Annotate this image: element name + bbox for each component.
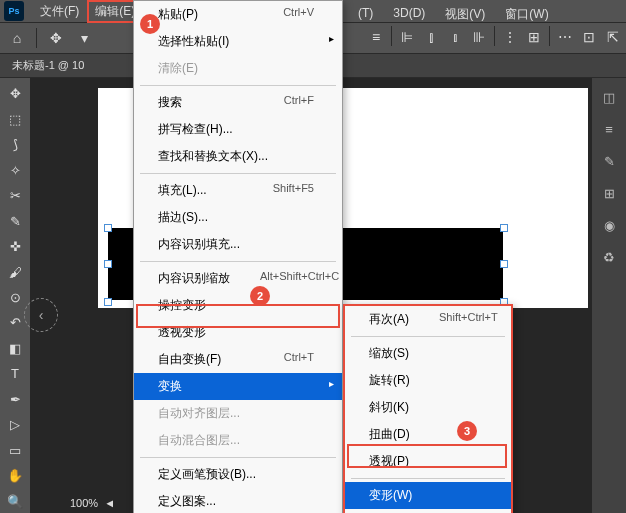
menu-auto-align: 自动对齐图层...: [134, 400, 342, 427]
share-icon[interactable]: ⇱: [602, 26, 624, 48]
align-icon[interactable]: ≡: [365, 26, 387, 48]
panel-icon[interactable]: ≡: [598, 118, 620, 140]
dist-icon[interactable]: ⊞: [523, 26, 545, 48]
pen-tool-icon[interactable]: ✒: [3, 388, 27, 411]
menu-fill[interactable]: 填充(L)...Shift+F5: [134, 177, 342, 204]
align-icon[interactable]: ⫿: [420, 26, 442, 48]
menu-paste-special[interactable]: 选择性粘贴(I): [134, 28, 342, 55]
align-icon[interactable]: ⫾: [444, 26, 466, 48]
menu-transform[interactable]: 变换: [134, 373, 342, 400]
brush-tool-icon[interactable]: 🖌: [3, 260, 27, 283]
align-icon[interactable]: ⊫: [396, 26, 418, 48]
submenu-skew[interactable]: 斜切(K): [345, 394, 511, 421]
right-panel: ◫ ≡ ✎ ⊞ ◉ ♻: [592, 78, 626, 513]
menu-find-replace[interactable]: 查找和替换文本(X)...: [134, 143, 342, 170]
menu-file[interactable]: 文件(F): [32, 0, 87, 23]
handle-tr[interactable]: [500, 224, 508, 232]
menu-view[interactable]: 视图(V): [437, 3, 493, 26]
eyedropper-tool-icon[interactable]: ✎: [3, 209, 27, 232]
menu-rest[interactable]: (T): [350, 3, 381, 26]
home-icon[interactable]: ⌂: [6, 27, 28, 49]
menu-spell[interactable]: 拼写检查(H)...: [134, 116, 342, 143]
handle-mr[interactable]: [500, 260, 508, 268]
dropdown-icon[interactable]: ▾: [73, 27, 95, 49]
menu-window[interactable]: 窗口(W): [497, 3, 556, 26]
menu-clear: 清除(E): [134, 55, 342, 82]
menu-paste[interactable]: 粘贴(P)Ctrl+V: [134, 1, 342, 28]
lasso-tool-icon[interactable]: ⟆: [3, 133, 27, 156]
back-button-icon[interactable]: ‹: [24, 298, 58, 332]
annotation-badge-2: 2: [250, 286, 270, 306]
menu-perspective[interactable]: 透视变形: [134, 319, 342, 346]
heal-tool-icon[interactable]: ✜: [3, 235, 27, 258]
submenu-distort[interactable]: 扭曲(D): [345, 421, 511, 448]
menu-search[interactable]: 搜索Ctrl+F: [134, 89, 342, 116]
more-icon[interactable]: ⋯: [554, 26, 576, 48]
marquee-tool-icon[interactable]: ⬚: [3, 107, 27, 130]
zoom-tool-icon[interactable]: 🔍: [3, 490, 27, 513]
edit-dropdown: 粘贴(P)Ctrl+V 选择性粘贴(I) 清除(E) 搜索Ctrl+F 拼写检查…: [133, 0, 343, 513]
mode-icon[interactable]: ⊡: [578, 26, 600, 48]
hand-tool-icon[interactable]: ✋: [3, 464, 27, 487]
menu-content-fill[interactable]: 内容识别填充...: [134, 231, 342, 258]
type-tool-icon[interactable]: T: [3, 362, 27, 385]
submenu-rotate[interactable]: 旋转(R): [345, 367, 511, 394]
menu-content-scale[interactable]: 内容识别缩放Alt+Shift+Ctrl+C: [134, 265, 342, 292]
menu-brush-preset[interactable]: 定义画笔预设(B)...: [134, 461, 342, 488]
zoom-display[interactable]: 100%: [70, 497, 98, 509]
dist-icon[interactable]: ⋮: [499, 26, 521, 48]
wand-tool-icon[interactable]: ✧: [3, 158, 27, 181]
panel-icon[interactable]: ◉: [598, 214, 620, 236]
shape-tool-icon[interactable]: ▭: [3, 439, 27, 462]
submenu-warp[interactable]: 变形(W): [345, 482, 511, 509]
ps-logo: Ps: [4, 1, 24, 21]
submenu-again[interactable]: 再次(A)Shift+Ctrl+T: [345, 306, 511, 333]
submenu-perspective[interactable]: 透视(P): [345, 448, 511, 475]
panel-icon[interactable]: ⊞: [598, 182, 620, 204]
handle-ml[interactable]: [104, 260, 112, 268]
status-bar: 100% ◄: [60, 493, 125, 513]
transform-submenu: 再次(A)Shift+Ctrl+T 缩放(S) 旋转(R) 斜切(K) 扭曲(D…: [343, 304, 513, 513]
menu-pattern[interactable]: 定义图案...: [134, 488, 342, 513]
eraser-tool-icon[interactable]: ◧: [3, 337, 27, 360]
tool-palette: ✥ ⬚ ⟆ ✧ ✂ ✎ ✜ 🖌 ⊙ ↶ ◧ T ✒ ▷ ▭ ✋ 🔍: [0, 78, 30, 513]
chevron-left-icon[interactable]: ◄: [104, 497, 115, 509]
submenu-scale[interactable]: 缩放(S): [345, 340, 511, 367]
menu-3d[interactable]: 3D(D): [385, 3, 433, 26]
menu-stroke[interactable]: 描边(S)...: [134, 204, 342, 231]
crop-tool-icon[interactable]: ✂: [3, 184, 27, 207]
move-icon[interactable]: ✥: [45, 27, 67, 49]
menu-free-transform[interactable]: 自由变换(F)Ctrl+T: [134, 346, 342, 373]
panel-icon[interactable]: ✎: [598, 150, 620, 172]
stamp-tool-icon[interactable]: ⊙: [3, 286, 27, 309]
align-icon[interactable]: ⊪: [468, 26, 490, 48]
panel-icon[interactable]: ◫: [598, 86, 620, 108]
path-tool-icon[interactable]: ▷: [3, 413, 27, 436]
menu-puppet[interactable]: 操控变形: [134, 292, 342, 319]
annotation-badge-1: 1: [140, 14, 160, 34]
menu-auto-blend: 自动混合图层...: [134, 427, 342, 454]
annotation-badge-3: 3: [457, 421, 477, 441]
submenu-hsplit: 水平拆分变形: [345, 509, 511, 513]
panel-icon[interactable]: ♻: [598, 246, 620, 268]
handle-bl[interactable]: [104, 298, 112, 306]
handle-tl[interactable]: [104, 224, 112, 232]
move-tool-icon[interactable]: ✥: [3, 82, 27, 105]
